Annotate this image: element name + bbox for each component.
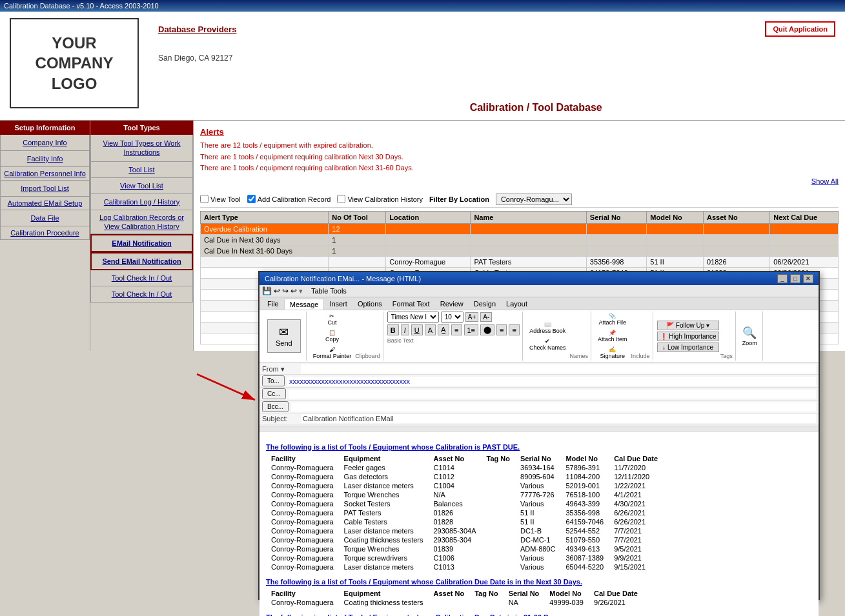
title-bar: Calibration Database - v5.10 - Access 20… [0,0,845,12]
signature-button[interactable]: ✍ Signature [595,345,630,361]
font-family-select[interactable]: Times New I [387,312,439,323]
sidebar-item-import-tool[interactable]: Import Tool List [0,181,90,197]
to-button[interactable]: To... [262,375,285,386]
undo-icon[interactable]: ↩ [274,286,280,295]
logo-text: YOUR COMPANY LOGO [36,33,114,94]
table-row: Conroy-RomagueraFeeler gagesC101436934-1… [266,463,663,472]
send-section: ✉ Send [262,312,307,361]
alert-row-30days[interactable]: Cal Due in Next 30 days 1 [201,234,839,245]
underline-button[interactable]: U [411,324,423,335]
undo2-icon[interactable]: ↩ [290,286,297,295]
font-shrink-button[interactable]: A- [480,312,492,322]
font-size-select[interactable]: 10 [441,312,463,323]
filter-select[interactable]: Conroy-Romagu... [496,194,572,205]
sidebar-item-email-setup[interactable]: Automated EMail Setup [0,197,90,210]
show-all-link[interactable]: Show All [811,177,839,185]
middle-send-email[interactable]: Send EMail Notification [90,252,193,270]
ribbon-tab-insert[interactable]: Insert [324,299,352,310]
middle-tool-list[interactable]: Tool List [90,162,193,178]
alert-row-overdue[interactable]: Overdue Calibration 12 [201,223,839,234]
middle-log-cal-records[interactable]: Log Calibration Records or View Calibrat… [90,210,193,235]
alert-row-60days[interactable]: Cal Due In Next 31-60 Days 1 [201,245,839,256]
middle-email-notification[interactable]: EMail Notification [90,234,193,252]
redo-icon[interactable]: ↪ [282,286,289,295]
middle-view-tool-list[interactable]: View Tool List [90,178,193,194]
address-book-button[interactable]: 📖 Address Book [527,320,569,335]
ribbon-tabs: File Message Insert Options Format Text … [260,297,819,310]
bold-button[interactable]: B [387,324,399,335]
add-cal-record-checkbox[interactable] [247,195,256,203]
bcc-input[interactable] [291,402,816,412]
save-icon[interactable]: 💾 [262,286,272,295]
table-row: Conroy-RomagueraTorque screwdriversC1006… [266,553,663,562]
ribbon-tab-design[interactable]: Design [469,299,501,310]
align-center-button[interactable]: ≡ [496,324,507,335]
sidebar-item-data-file[interactable]: Data File [0,210,90,226]
align-right-button[interactable]: ≡ [509,324,519,335]
font-color-button[interactable]: A [425,324,436,335]
view-cal-history-checkbox[interactable] [337,195,345,203]
to-address[interactable]: xxxxxxxxxxxxxxxxxxxxxxxxxxxxxxxxxx [287,377,816,386]
middle-cal-log[interactable]: Calibration Log / History [90,194,193,210]
sidebar-item-facility-info[interactable]: Facility Info [0,151,90,167]
highlight-button[interactable]: A̲ [438,324,449,335]
minimize-button[interactable]: _ [777,274,788,283]
email-body[interactable]: The following is a list of Tools / Equip… [260,432,819,616]
align-left-button[interactable]: ⬤ [480,324,494,335]
col-alert-type: Alert Type [201,211,329,223]
bullets-button[interactable]: ≡ [451,324,462,335]
ribbon-tab-layout[interactable]: Layout [501,299,533,310]
from-input[interactable] [301,364,816,373]
font-grow-button[interactable]: A+ [465,312,479,322]
close-button[interactable]: ✕ [803,274,813,283]
provider-link[interactable]: Database Providers [158,25,236,34]
numbering-button[interactable]: 1≡ [464,324,479,335]
ribbon-tab-options[interactable]: Options [352,299,387,310]
ribbon-tab-review[interactable]: Review [435,299,469,310]
sidebar-item-cal-personnel[interactable]: Calibration Personnel Info [0,167,90,181]
table-row[interactable]: Conroy-Romague PAT Testers 35356-998 51 … [201,256,839,267]
italic-button[interactable]: I [401,324,409,335]
middle-check-in-out-2[interactable]: Tool Check In / Out [90,286,193,303]
low-importance-button[interactable]: ↓ Low Importance [657,343,719,352]
col-asset: Asset No [703,211,769,223]
ribbon-content: ✉ Send ✂ Cut 📋 Copy 🖌 Format Painter [260,310,819,363]
ribbon-tab-format-text[interactable]: Format Text [387,299,435,310]
copy-button[interactable]: 📋 Copy [311,328,354,344]
cut-button[interactable]: ✂ Cut [311,312,354,327]
middle-header[interactable]: Tool Types [90,121,193,135]
middle-check-in-out-1[interactable]: Tool Check In / Out [90,270,193,286]
maximize-button[interactable]: □ [790,274,800,283]
names-section: 📖 Address Book ✔ Check Names Names [524,312,591,361]
email-window: Calibration Notification EMai... - Messa… [258,271,820,600]
attach-file-button[interactable]: 📎 Attach File [595,312,630,327]
format-painter-icon: 🖌 [329,346,335,353]
view-tool-checkbox[interactable] [200,195,209,203]
quit-button[interactable]: Quit Application [765,21,835,37]
check-names-button[interactable]: ✔ Check Names [527,337,569,352]
zoom-button[interactable]: 🔍 Zoom [740,324,760,348]
view-cal-history-label[interactable]: View Calibration History [337,195,423,203]
ribbon-tab-message[interactable]: Message [284,299,325,310]
add-cal-record-label[interactable]: Add Calibration Record [247,195,331,203]
follow-up-button[interactable]: 🚩 Follow Up ▾ [657,321,719,330]
high-importance-button[interactable]: ❗ High Importance [657,332,719,341]
include-section: 📎 Attach File 📌 Attach Item ✍ Signature … [593,312,653,361]
format-painter-button[interactable]: 🖌 Format Painter [311,345,354,361]
view-tool-label[interactable]: View Tool [200,195,241,203]
bcc-button[interactable]: Bcc... [262,401,289,412]
sidebar-item-cal-procedure[interactable]: Calibration Procedure [0,226,90,240]
subject-input[interactable] [301,414,816,423]
attach-item-button[interactable]: 📌 Attach Item [595,328,630,344]
ribbon-tab-file[interactable]: File [262,299,284,310]
email-title-text: Calibration Notification EMai... - Messa… [265,275,421,283]
middle-view-tool-types[interactable]: View Tool Types or Work Instructions [90,135,193,162]
sidebar-item-company-info[interactable]: Company Info [0,135,90,151]
sidebar-header[interactable]: Setup Information [0,121,90,135]
company-address: San Diego, CA 92127 [158,54,236,63]
send-button[interactable]: ✉ Send [267,319,301,353]
subject-row: Subject: [260,413,819,424]
cc-button[interactable]: Cc... [262,388,286,399]
tags-section: 🚩 Follow Up ▾ ❗ High Importance ↓ Low Im… [655,312,736,361]
cc-input[interactable] [289,390,816,399]
